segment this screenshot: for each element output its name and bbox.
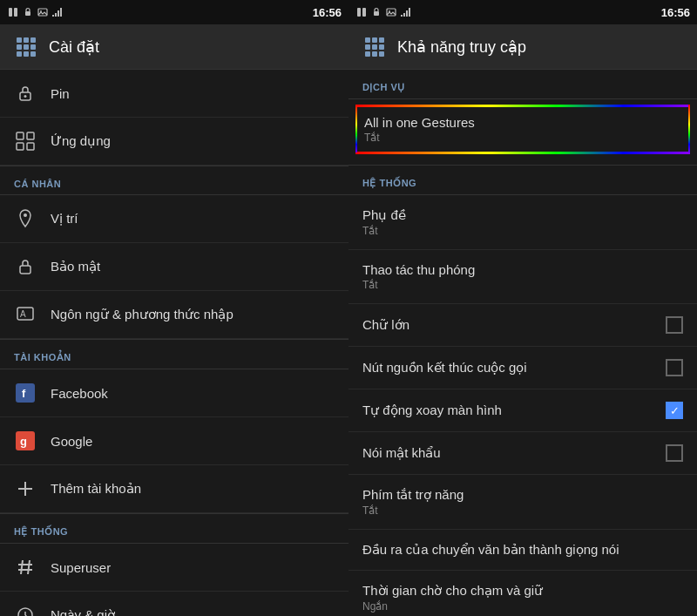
r-section-dich-vu: DỊCH VỤ bbox=[348, 70, 697, 98]
left-content: Pin Ứng dụng CÁ NHÂN Vị trí bbox=[0, 70, 348, 616]
r-divider-1 bbox=[348, 98, 697, 99]
right-status-bar: 16:56 bbox=[348, 0, 697, 24]
svg-rect-16 bbox=[24, 51, 29, 57]
item-nut-nguon[interactable]: Nút nguồn kết thúc cuộc gọi bbox=[348, 347, 697, 389]
lock-status-icon bbox=[22, 6, 34, 18]
right-time: 16:56 bbox=[661, 6, 690, 19]
svg-point-24 bbox=[24, 213, 27, 217]
dau-ra-title: Đầu ra của chuyển văn bản thành giọng nó… bbox=[362, 542, 619, 558]
right-content: DỊCH VỤ All in one Gestures Tắt HỆ THỐNG… bbox=[348, 70, 697, 616]
thao-tac-main: Thao tác thu phóng Tắt bbox=[362, 262, 475, 291]
item-chu-lon[interactable]: Chữ lớn bbox=[348, 304, 697, 347]
all-in-one-title: All in one Gestures bbox=[364, 115, 475, 130]
section-tai-khoan: TÀI KHOẢN bbox=[0, 340, 348, 369]
google-label: Google bbox=[51, 434, 92, 449]
svg-rect-47 bbox=[357, 8, 361, 17]
sim-icon bbox=[7, 6, 19, 18]
r-sim-icon bbox=[355, 6, 368, 18]
section-he-thong: HỆ THỐNG bbox=[0, 514, 348, 543]
right-header-title: Khả năng truy cập bbox=[397, 37, 526, 57]
dau-ra-main: Đầu ra của chuyển văn bản thành giọng nó… bbox=[362, 542, 619, 558]
svg-rect-14 bbox=[30, 44, 36, 50]
right-status-icons bbox=[355, 6, 412, 18]
thoi-gian-cho-main: Thời gian chờ cho chạm và giữ Ngắn bbox=[362, 583, 543, 613]
nut-nguon-title: Nút nguồn kết thúc cuộc gọi bbox=[362, 360, 527, 376]
nut-nguon-main: Nút nguồn kết thúc cuộc gọi bbox=[362, 360, 527, 376]
menu-item-google[interactable]: g Google bbox=[0, 417, 348, 465]
phu-de-title: Phụ đề bbox=[362, 207, 406, 223]
menu-item-pin[interactable]: Pin bbox=[0, 70, 348, 118]
menu-item-language[interactable]: A Ngôn ngữ & phương thức nhập bbox=[0, 291, 348, 339]
svg-text:f: f bbox=[22, 387, 26, 400]
item-noi-mat-khau[interactable]: Nói mật khẩu bbox=[348, 432, 697, 475]
menu-item-add-account[interactable]: Thêm tài khoản bbox=[0, 465, 348, 513]
svg-rect-64 bbox=[379, 51, 384, 57]
image-icon bbox=[37, 6, 49, 18]
svg-rect-6 bbox=[55, 13, 57, 17]
svg-rect-49 bbox=[374, 11, 379, 16]
item-all-in-one[interactable]: All in one Gestures Tắt bbox=[355, 105, 690, 154]
clock-icon bbox=[14, 604, 37, 616]
svg-rect-15 bbox=[17, 51, 22, 57]
menu-item-security[interactable]: Bảo mật bbox=[0, 243, 348, 291]
datetime-label: Ngày & giờ bbox=[51, 607, 115, 616]
noi-mat-khau-checkbox[interactable] bbox=[666, 444, 683, 462]
svg-rect-59 bbox=[365, 44, 370, 50]
item-thoi-gian-cho[interactable]: Thời gian chờ cho chạm và giữ Ngắn bbox=[348, 571, 697, 616]
menu-item-location[interactable]: Vị trí bbox=[0, 195, 348, 243]
add-account-label: Thêm tài khoản bbox=[51, 481, 141, 497]
tu-dong-xoay-main: Tự động xoay màn hình bbox=[362, 403, 502, 418]
r-image-icon bbox=[385, 6, 397, 18]
noi-mat-khau-title: Nói mật khẩu bbox=[362, 445, 441, 461]
svg-rect-22 bbox=[17, 143, 24, 150]
facebook-icon: f bbox=[14, 382, 37, 404]
svg-rect-5 bbox=[52, 15, 54, 17]
svg-rect-12 bbox=[17, 44, 22, 50]
svg-rect-7 bbox=[58, 10, 59, 17]
item-dau-ra[interactable]: Đầu ra của chuyển văn bản thành giọng nó… bbox=[348, 530, 697, 571]
svg-rect-53 bbox=[403, 13, 405, 17]
noi-mat-khau-main: Nói mật khẩu bbox=[362, 445, 441, 461]
svg-rect-10 bbox=[24, 37, 29, 43]
chu-lon-title: Chữ lớn bbox=[362, 317, 409, 333]
svg-text:A: A bbox=[20, 309, 26, 319]
phim-tat-main: Phím tắt trợ năng Tắt bbox=[362, 487, 464, 517]
app-label: Ứng dụng bbox=[51, 133, 111, 149]
item-phim-tat[interactable]: Phím tắt trợ năng Tắt bbox=[348, 475, 697, 530]
menu-item-datetime[interactable]: Ngày & giờ bbox=[0, 592, 348, 616]
superuser-label: Superuser bbox=[51, 560, 111, 575]
chu-lon-main: Chữ lớn bbox=[362, 317, 409, 333]
nut-nguon-checkbox[interactable] bbox=[666, 359, 683, 376]
language-icon: A bbox=[14, 303, 37, 326]
svg-rect-8 bbox=[60, 8, 62, 17]
phim-tat-title: Phím tắt trợ năng bbox=[362, 487, 464, 503]
menu-item-app[interactable]: Ứng dụng bbox=[0, 118, 348, 166]
item-thao-tac[interactable]: Thao tác thu phóng Tắt bbox=[348, 250, 697, 304]
svg-rect-55 bbox=[409, 8, 410, 17]
svg-rect-54 bbox=[406, 10, 408, 17]
item-tu-dong-xoay[interactable]: Tự động xoay màn hình ✓ bbox=[348, 389, 697, 432]
language-label: Ngôn ngữ & phương thức nhập bbox=[51, 307, 233, 322]
right-header-icon bbox=[362, 35, 387, 59]
menu-item-facebook[interactable]: f Facebook bbox=[0, 369, 348, 417]
svg-rect-60 bbox=[372, 44, 377, 50]
svg-rect-2 bbox=[25, 11, 30, 16]
right-panel: 16:56 Khả năng truy cập DỊCH VỤ All bbox=[348, 0, 697, 616]
svg-rect-56 bbox=[365, 37, 370, 43]
right-header: Khả năng truy cập bbox=[348, 24, 697, 70]
r-lock-icon bbox=[370, 6, 382, 18]
svg-rect-21 bbox=[27, 132, 34, 139]
left-header-icon bbox=[14, 35, 38, 59]
svg-rect-57 bbox=[372, 37, 377, 43]
tu-dong-xoay-title: Tự động xoay màn hình bbox=[362, 403, 502, 418]
all-in-one-main: All in one Gestures Tắt bbox=[364, 115, 475, 144]
svg-rect-63 bbox=[372, 51, 377, 57]
tu-dong-xoay-checkbox[interactable]: ✓ bbox=[666, 402, 683, 419]
item-phu-de[interactable]: Phụ đề Tắt bbox=[348, 195, 697, 250]
menu-item-superuser[interactable]: Superuser bbox=[0, 544, 348, 592]
thao-tac-sub: Tắt bbox=[362, 279, 475, 291]
phu-de-sub: Tắt bbox=[362, 225, 406, 237]
svg-rect-58 bbox=[379, 37, 384, 43]
chu-lon-checkbox[interactable] bbox=[666, 316, 683, 334]
svg-line-34 bbox=[21, 560, 23, 574]
